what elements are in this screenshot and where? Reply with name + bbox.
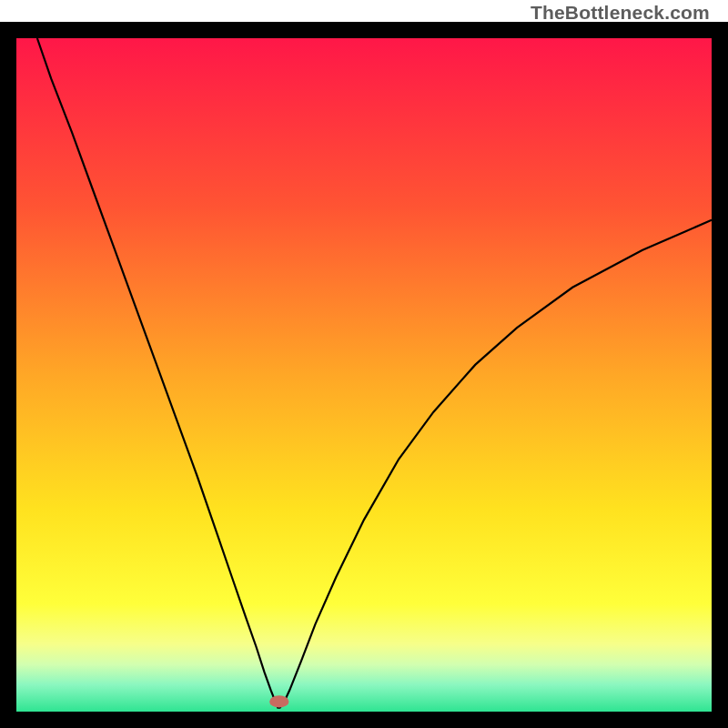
frame-edge: [0, 712, 728, 728]
minimum-marker: [269, 695, 288, 707]
gradient-background: [16, 38, 712, 712]
watermark-label: TheBottleneck.com: [531, 2, 710, 24]
frame-edge: [0, 22, 16, 728]
frame-edge: [0, 22, 728, 38]
plot-area: [0, 22, 728, 728]
frame-edge: [712, 22, 728, 728]
bottleneck-chart: [0, 22, 728, 728]
chart-container: TheBottleneck.com: [0, 0, 728, 728]
